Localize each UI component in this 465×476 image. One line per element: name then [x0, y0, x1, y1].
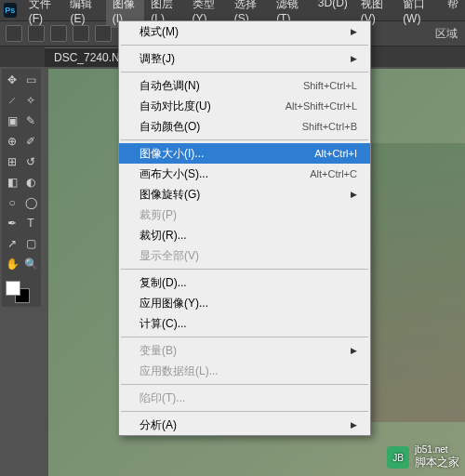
opt-icon-4[interactable] — [95, 25, 112, 42]
color-swatches[interactable] — [4, 279, 39, 305]
marquee-tool-icon[interactable]: ▭ — [22, 71, 39, 89]
watermark: JB jb51.net 脚本之家 — [387, 444, 459, 470]
menu-item-image-size[interactable]: 图像大小(I)...Alt+Ctrl+I — [119, 143, 370, 164]
opt-icon-1[interactable] — [28, 25, 45, 42]
menu-item-analysis[interactable]: 分析(A) — [119, 415, 370, 435]
menu-item-trim[interactable]: 裁切(R)... — [119, 225, 370, 245]
shape-tool-icon[interactable]: ▢ — [22, 234, 39, 253]
heal-tool-icon[interactable]: ⊕ — [4, 132, 20, 151]
menu-separator — [121, 411, 368, 412]
menu-edit[interactable]: 编辑(E) — [63, 0, 105, 28]
menu-separator — [121, 337, 368, 337]
menu-item-auto-color[interactable]: 自动颜色(O)Shift+Ctrl+B — [119, 116, 370, 137]
menu-item-trap: 陷印(T)... — [119, 388, 370, 408]
watermark-site: jb51.net — [415, 444, 459, 455]
menu-separator — [121, 269, 368, 270]
menu-item-crop: 裁剪(P) — [119, 205, 370, 225]
brush-tool-icon[interactable]: ✐ — [22, 132, 39, 151]
lasso-tool-icon[interactable]: ⟋ — [4, 91, 20, 110]
foreground-swatch[interactable] — [6, 281, 20, 296]
app-logo: Ps — [4, 3, 17, 18]
menu-separator — [121, 139, 368, 140]
menu-item-canvas-size[interactable]: 画布大小(S)...Alt+Ctrl+C — [119, 164, 370, 184]
dodge-tool-icon[interactable]: ◯ — [22, 193, 39, 212]
hand-tool-icon[interactable]: ✋ — [4, 255, 20, 273]
tool-palette: ✥ ▭ ⟋ ✧ ▣ ✎ ⊕ ✐ ⊞ ↺ ◧ ◐ ○ ◯ ✒ T ↗ ▢ ✋ 🔍 — [2, 69, 41, 307]
tool-preset-icon[interactable] — [6, 25, 22, 42]
path-tool-icon[interactable]: ↗ — [4, 234, 20, 253]
pen-tool-icon[interactable]: ✒ — [4, 214, 20, 232]
menu-item-apply-image[interactable]: 应用图像(Y)... — [119, 293, 370, 313]
crop-tool-icon[interactable]: ▣ — [4, 112, 20, 130]
menu-separator — [121, 72, 368, 73]
menu-help[interactable]: 帮 — [441, 0, 465, 28]
opt-right-label: 区域 — [435, 26, 458, 42]
gradient-tool-icon[interactable]: ◐ — [22, 173, 39, 192]
move-tool-icon[interactable]: ✥ — [4, 71, 20, 89]
watermark-logo-icon: JB — [387, 446, 409, 469]
menu-item-variables: 变量(B) — [119, 340, 370, 361]
menu-item-auto-contrast[interactable]: 自动对比度(U)Alt+Shift+Ctrl+L — [119, 96, 370, 116]
menu-item-auto-tone[interactable]: 自动色调(N)Shift+Ctrl+L — [119, 75, 370, 96]
watermark-text: 脚本之家 — [415, 455, 459, 470]
eraser-tool-icon[interactable]: ◧ — [4, 173, 20, 192]
menu-item-adjustments[interactable]: 调整(J) — [119, 48, 370, 69]
opt-icon-3[interactable] — [73, 25, 89, 42]
blur-tool-icon[interactable]: ○ — [4, 193, 20, 212]
wand-tool-icon[interactable]: ✧ — [22, 91, 39, 110]
image-dropdown-menu: 模式(M) 调整(J) 自动色调(N)Shift+Ctrl+L 自动对比度(U)… — [118, 20, 371, 436]
menu-separator — [121, 45, 368, 46]
menu-item-reveal-all: 显示全部(V) — [119, 245, 370, 266]
opt-icon-2[interactable] — [50, 25, 67, 42]
menu-item-mode[interactable]: 模式(M) — [119, 21, 370, 42]
history-tool-icon[interactable]: ↺ — [22, 152, 39, 171]
stamp-tool-icon[interactable]: ⊞ — [4, 152, 20, 171]
document-tab[interactable]: DSC_7240.N — [45, 47, 129, 67]
menu-item-apply-dataset: 应用数据组(L)... — [119, 361, 370, 381]
menu-window[interactable]: 窗口(W) — [396, 0, 441, 28]
menu-item-calculations[interactable]: 计算(C)... — [119, 313, 370, 334]
zoom-tool-icon[interactable]: 🔍 — [22, 255, 39, 273]
menu-item-duplicate[interactable]: 复制(D)... — [119, 272, 370, 293]
eyedropper-tool-icon[interactable]: ✎ — [22, 112, 39, 130]
menu-file[interactable]: 文件(F) — [22, 0, 64, 28]
type-tool-icon[interactable]: T — [22, 214, 39, 232]
menu-separator — [121, 384, 368, 385]
menu-item-image-rotation[interactable]: 图像旋转(G) — [119, 184, 370, 205]
